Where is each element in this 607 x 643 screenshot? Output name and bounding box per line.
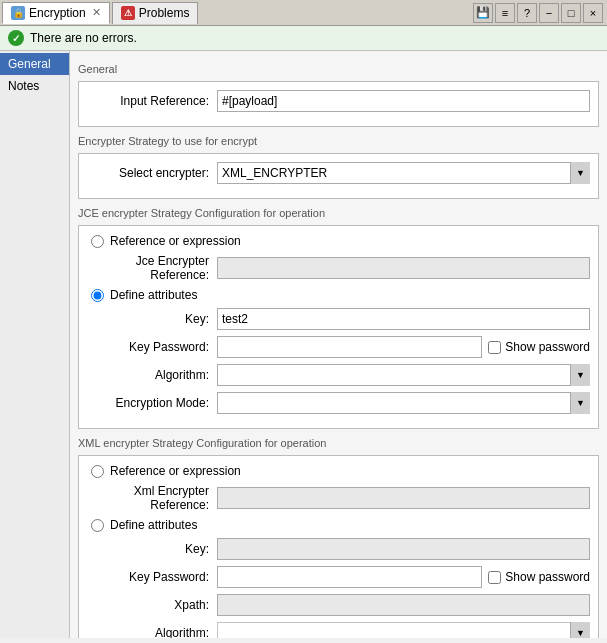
xml-radio-reference[interactable] <box>91 465 104 478</box>
jce-key-field[interactable] <box>217 308 590 330</box>
select-encrypter-label: Select encrypter: <box>87 166 217 180</box>
input-reference-label: Input Reference: <box>87 94 217 108</box>
xml-algorithm-row: Algorithm: ▼ <box>87 622 590 638</box>
status-icon: ✓ <box>8 30 24 46</box>
list-button[interactable]: ≡ <box>495 3 515 23</box>
xml-xpath-label: Xpath: <box>87 598 217 612</box>
jce-algorithm-dropdown[interactable] <box>217 364 590 386</box>
xml-radio1-label: Reference or expression <box>110 464 241 478</box>
xml-key-field[interactable] <box>217 538 590 560</box>
sidebar-item-general[interactable]: General <box>0 53 69 75</box>
select-encrypter-wrapper: XML_ENCRYPTER JCE_ENCRYPTER ▼ <box>217 162 590 184</box>
jce-radio1-group: Reference or expression <box>91 234 590 248</box>
xml-radio1-group: Reference or expression <box>91 464 590 478</box>
jce-encryption-mode-label: Encryption Mode: <box>87 396 217 410</box>
problems-tab-icon: ⚠ <box>121 6 135 20</box>
xml-algorithm-wrapper: ▼ <box>217 622 590 638</box>
status-bar: ✓ There are no errors. <box>0 26 607 51</box>
jce-radio2-group: Define attributes <box>91 288 590 302</box>
tab-problems-label: Problems <box>139 6 190 20</box>
jce-radio-define[interactable] <box>91 289 104 302</box>
xml-key-label: Key: <box>87 542 217 556</box>
jce-key-row: Key: <box>87 308 590 330</box>
xml-show-password-checkbox[interactable] <box>488 571 501 584</box>
minimize-button[interactable]: − <box>539 3 559 23</box>
xml-algorithm-label: Algorithm: <box>87 626 217 638</box>
xml-xpath-field[interactable] <box>217 594 590 616</box>
xml-reference-field[interactable] <box>217 487 590 509</box>
xml-key-password-row: Key Password: Show password <box>87 566 590 588</box>
sidebar-item-notes[interactable]: Notes <box>0 75 69 97</box>
tab-problems[interactable]: ⚠ Problems <box>112 2 199 24</box>
tab-bar: 🔒 Encryption ✕ ⚠ Problems 💾 ≡ ? − □ × <box>0 0 607 26</box>
xml-key-password-field[interactable] <box>217 566 482 588</box>
jce-radio1-label: Reference or expression <box>110 234 241 248</box>
xml-algorithm-dropdown[interactable] <box>217 622 590 638</box>
jce-algorithm-wrapper: ▼ <box>217 364 590 386</box>
jce-radio2-label: Define attributes <box>110 288 197 302</box>
jce-key-password-field[interactable] <box>217 336 482 358</box>
xml-key-password-label: Key Password: <box>87 570 217 584</box>
jce-reference-row: Jce Encrypter Reference: <box>87 254 590 282</box>
encrypter-strategy-title: Encrypter Strategy to use for encrypt <box>78 135 599 147</box>
jce-algorithm-row: Algorithm: ▼ <box>87 364 590 386</box>
jce-key-password-label: Key Password: <box>87 340 217 354</box>
xml-radio2-label: Define attributes <box>110 518 197 532</box>
encryption-tab-icon: 🔒 <box>11 6 25 20</box>
tab-encryption[interactable]: 🔒 Encryption ✕ <box>2 2 110 24</box>
help-button[interactable]: ? <box>517 3 537 23</box>
jce-radio-reference[interactable] <box>91 235 104 248</box>
maximize-button[interactable]: □ <box>561 3 581 23</box>
xml-section-title: XML encrypter Strategy Configuration for… <box>78 437 599 449</box>
jce-key-password-row: Key Password: Show password <box>87 336 590 358</box>
general-section-title: General <box>78 63 599 75</box>
jce-reference-field[interactable] <box>217 257 590 279</box>
xml-reference-row: Xml Encrypter Reference: <box>87 484 590 512</box>
xml-reference-label: Xml Encrypter Reference: <box>87 484 217 512</box>
xml-show-password-label: Show password <box>505 570 590 584</box>
jce-show-password-label: Show password <box>505 340 590 354</box>
tab-encryption-label: Encryption <box>29 6 86 20</box>
jce-section-title: JCE encrypter Strategy Configuration for… <box>78 207 599 219</box>
xml-radio2-group: Define attributes <box>91 518 590 532</box>
select-encrypter-row: Select encrypter: XML_ENCRYPTER JCE_ENCR… <box>87 162 590 184</box>
status-message: There are no errors. <box>30 31 137 45</box>
jce-show-password-checkbox[interactable] <box>488 341 501 354</box>
input-reference-row: Input Reference: <box>87 90 590 112</box>
xml-radio-define[interactable] <box>91 519 104 532</box>
general-group: Input Reference: <box>78 81 599 127</box>
xml-group: Reference or expression Xml Encrypter Re… <box>78 455 599 638</box>
select-encrypter-dropdown[interactable]: XML_ENCRYPTER JCE_ENCRYPTER <box>217 162 590 184</box>
xml-key-row: Key: <box>87 538 590 560</box>
close-button[interactable]: × <box>583 3 603 23</box>
jce-show-password-group: Show password <box>488 340 590 354</box>
save-button[interactable]: 💾 <box>473 3 493 23</box>
jce-algorithm-label: Algorithm: <box>87 368 217 382</box>
tab-toolbar: 💾 ≡ ? − □ × <box>473 3 607 23</box>
xml-xpath-row: Xpath: <box>87 594 590 616</box>
jce-encryption-mode-wrapper: ▼ <box>217 392 590 414</box>
content-area: General Input Reference: Encrypter Strat… <box>70 51 607 638</box>
jce-encryption-mode-row: Encryption Mode: ▼ <box>87 392 590 414</box>
jce-group: Reference or expression Jce Encrypter Re… <box>78 225 599 429</box>
tab-encryption-close[interactable]: ✕ <box>92 6 101 19</box>
input-reference-field[interactable] <box>217 90 590 112</box>
jce-encryption-mode-dropdown[interactable] <box>217 392 590 414</box>
xml-show-password-group: Show password <box>488 570 590 584</box>
encrypter-strategy-group: Select encrypter: XML_ENCRYPTER JCE_ENCR… <box>78 153 599 199</box>
sidebar: General Notes <box>0 51 70 638</box>
jce-reference-label: Jce Encrypter Reference: <box>87 254 217 282</box>
jce-key-label: Key: <box>87 312 217 326</box>
main-layout: General Notes General Input Reference: E… <box>0 51 607 638</box>
